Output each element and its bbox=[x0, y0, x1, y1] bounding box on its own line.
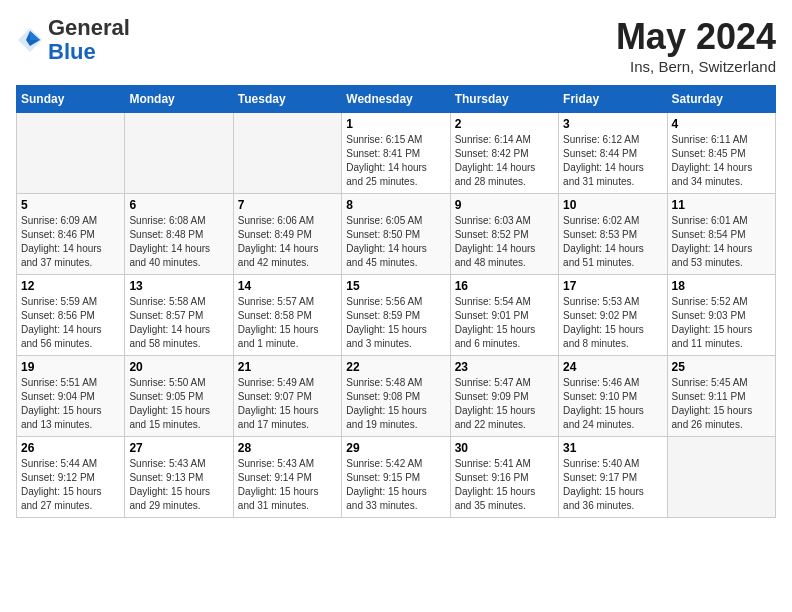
calendar-cell: 3Sunrise: 6:12 AM Sunset: 8:44 PM Daylig… bbox=[559, 113, 667, 194]
day-number: 6 bbox=[129, 198, 228, 212]
day-info: Sunrise: 5:41 AM Sunset: 9:16 PM Dayligh… bbox=[455, 457, 554, 513]
day-number: 4 bbox=[672, 117, 771, 131]
day-number: 5 bbox=[21, 198, 120, 212]
day-number: 30 bbox=[455, 441, 554, 455]
calendar-cell: 31Sunrise: 5:40 AM Sunset: 9:17 PM Dayli… bbox=[559, 437, 667, 518]
day-info: Sunrise: 5:54 AM Sunset: 9:01 PM Dayligh… bbox=[455, 295, 554, 351]
day-info: Sunrise: 6:14 AM Sunset: 8:42 PM Dayligh… bbox=[455, 133, 554, 189]
calendar-header: SundayMondayTuesdayWednesdayThursdayFrid… bbox=[17, 86, 776, 113]
calendar-cell: 26Sunrise: 5:44 AM Sunset: 9:12 PM Dayli… bbox=[17, 437, 125, 518]
header-thursday: Thursday bbox=[450, 86, 558, 113]
day-info: Sunrise: 5:46 AM Sunset: 9:10 PM Dayligh… bbox=[563, 376, 662, 432]
calendar-cell: 29Sunrise: 5:42 AM Sunset: 9:15 PM Dayli… bbox=[342, 437, 450, 518]
day-info: Sunrise: 5:53 AM Sunset: 9:02 PM Dayligh… bbox=[563, 295, 662, 351]
logo-general: General bbox=[48, 15, 130, 40]
calendar-cell: 28Sunrise: 5:43 AM Sunset: 9:14 PM Dayli… bbox=[233, 437, 341, 518]
day-info: Sunrise: 5:50 AM Sunset: 9:05 PM Dayligh… bbox=[129, 376, 228, 432]
header-monday: Monday bbox=[125, 86, 233, 113]
calendar-cell bbox=[125, 113, 233, 194]
page-header: General Blue May 2024 Ins, Bern, Switzer… bbox=[16, 16, 776, 75]
day-number: 29 bbox=[346, 441, 445, 455]
day-info: Sunrise: 5:52 AM Sunset: 9:03 PM Dayligh… bbox=[672, 295, 771, 351]
day-info: Sunrise: 5:45 AM Sunset: 9:11 PM Dayligh… bbox=[672, 376, 771, 432]
week-row-4: 26Sunrise: 5:44 AM Sunset: 9:12 PM Dayli… bbox=[17, 437, 776, 518]
header-tuesday: Tuesday bbox=[233, 86, 341, 113]
day-info: Sunrise: 5:48 AM Sunset: 9:08 PM Dayligh… bbox=[346, 376, 445, 432]
day-number: 8 bbox=[346, 198, 445, 212]
calendar-cell: 24Sunrise: 5:46 AM Sunset: 9:10 PM Dayli… bbox=[559, 356, 667, 437]
calendar-cell: 20Sunrise: 5:50 AM Sunset: 9:05 PM Dayli… bbox=[125, 356, 233, 437]
calendar-cell: 7Sunrise: 6:06 AM Sunset: 8:49 PM Daylig… bbox=[233, 194, 341, 275]
calendar-body: 1Sunrise: 6:15 AM Sunset: 8:41 PM Daylig… bbox=[17, 113, 776, 518]
day-info: Sunrise: 5:43 AM Sunset: 9:14 PM Dayligh… bbox=[238, 457, 337, 513]
day-info: Sunrise: 6:06 AM Sunset: 8:49 PM Dayligh… bbox=[238, 214, 337, 270]
calendar-cell: 14Sunrise: 5:57 AM Sunset: 8:58 PM Dayli… bbox=[233, 275, 341, 356]
day-number: 31 bbox=[563, 441, 662, 455]
calendar-cell: 6Sunrise: 6:08 AM Sunset: 8:48 PM Daylig… bbox=[125, 194, 233, 275]
header-row: SundayMondayTuesdayWednesdayThursdayFrid… bbox=[17, 86, 776, 113]
day-number: 25 bbox=[672, 360, 771, 374]
day-info: Sunrise: 5:44 AM Sunset: 9:12 PM Dayligh… bbox=[21, 457, 120, 513]
day-number: 9 bbox=[455, 198, 554, 212]
day-number: 3 bbox=[563, 117, 662, 131]
calendar-title: May 2024 bbox=[616, 16, 776, 58]
calendar-cell bbox=[667, 437, 775, 518]
day-info: Sunrise: 5:49 AM Sunset: 9:07 PM Dayligh… bbox=[238, 376, 337, 432]
calendar-cell: 11Sunrise: 6:01 AM Sunset: 8:54 PM Dayli… bbox=[667, 194, 775, 275]
day-number: 15 bbox=[346, 279, 445, 293]
calendar-cell: 18Sunrise: 5:52 AM Sunset: 9:03 PM Dayli… bbox=[667, 275, 775, 356]
calendar-table: SundayMondayTuesdayWednesdayThursdayFrid… bbox=[16, 85, 776, 518]
week-row-0: 1Sunrise: 6:15 AM Sunset: 8:41 PM Daylig… bbox=[17, 113, 776, 194]
day-number: 23 bbox=[455, 360, 554, 374]
calendar-cell: 21Sunrise: 5:49 AM Sunset: 9:07 PM Dayli… bbox=[233, 356, 341, 437]
day-number: 13 bbox=[129, 279, 228, 293]
calendar-cell: 30Sunrise: 5:41 AM Sunset: 9:16 PM Dayli… bbox=[450, 437, 558, 518]
logo-text: General Blue bbox=[48, 16, 130, 64]
calendar-cell: 2Sunrise: 6:14 AM Sunset: 8:42 PM Daylig… bbox=[450, 113, 558, 194]
day-info: Sunrise: 6:01 AM Sunset: 8:54 PM Dayligh… bbox=[672, 214, 771, 270]
day-info: Sunrise: 6:08 AM Sunset: 8:48 PM Dayligh… bbox=[129, 214, 228, 270]
day-number: 17 bbox=[563, 279, 662, 293]
calendar-cell: 25Sunrise: 5:45 AM Sunset: 9:11 PM Dayli… bbox=[667, 356, 775, 437]
logo-blue: Blue bbox=[48, 39, 96, 64]
day-info: Sunrise: 5:47 AM Sunset: 9:09 PM Dayligh… bbox=[455, 376, 554, 432]
calendar-cell: 4Sunrise: 6:11 AM Sunset: 8:45 PM Daylig… bbox=[667, 113, 775, 194]
calendar-cell: 12Sunrise: 5:59 AM Sunset: 8:56 PM Dayli… bbox=[17, 275, 125, 356]
calendar-subtitle: Ins, Bern, Switzerland bbox=[616, 58, 776, 75]
day-number: 7 bbox=[238, 198, 337, 212]
day-info: Sunrise: 5:58 AM Sunset: 8:57 PM Dayligh… bbox=[129, 295, 228, 351]
calendar-cell: 15Sunrise: 5:56 AM Sunset: 8:59 PM Dayli… bbox=[342, 275, 450, 356]
day-info: Sunrise: 6:09 AM Sunset: 8:46 PM Dayligh… bbox=[21, 214, 120, 270]
day-number: 19 bbox=[21, 360, 120, 374]
day-number: 26 bbox=[21, 441, 120, 455]
calendar-cell: 8Sunrise: 6:05 AM Sunset: 8:50 PM Daylig… bbox=[342, 194, 450, 275]
calendar-cell: 22Sunrise: 5:48 AM Sunset: 9:08 PM Dayli… bbox=[342, 356, 450, 437]
day-info: Sunrise: 5:43 AM Sunset: 9:13 PM Dayligh… bbox=[129, 457, 228, 513]
day-info: Sunrise: 5:59 AM Sunset: 8:56 PM Dayligh… bbox=[21, 295, 120, 351]
day-info: Sunrise: 5:42 AM Sunset: 9:15 PM Dayligh… bbox=[346, 457, 445, 513]
day-info: Sunrise: 6:02 AM Sunset: 8:53 PM Dayligh… bbox=[563, 214, 662, 270]
calendar-cell bbox=[17, 113, 125, 194]
day-number: 18 bbox=[672, 279, 771, 293]
calendar-cell: 1Sunrise: 6:15 AM Sunset: 8:41 PM Daylig… bbox=[342, 113, 450, 194]
day-info: Sunrise: 6:12 AM Sunset: 8:44 PM Dayligh… bbox=[563, 133, 662, 189]
day-info: Sunrise: 5:51 AM Sunset: 9:04 PM Dayligh… bbox=[21, 376, 120, 432]
day-number: 1 bbox=[346, 117, 445, 131]
header-sunday: Sunday bbox=[17, 86, 125, 113]
calendar-cell: 13Sunrise: 5:58 AM Sunset: 8:57 PM Dayli… bbox=[125, 275, 233, 356]
day-info: Sunrise: 6:11 AM Sunset: 8:45 PM Dayligh… bbox=[672, 133, 771, 189]
day-number: 28 bbox=[238, 441, 337, 455]
calendar-cell: 19Sunrise: 5:51 AM Sunset: 9:04 PM Dayli… bbox=[17, 356, 125, 437]
day-info: Sunrise: 6:05 AM Sunset: 8:50 PM Dayligh… bbox=[346, 214, 445, 270]
day-info: Sunrise: 5:40 AM Sunset: 9:17 PM Dayligh… bbox=[563, 457, 662, 513]
day-number: 10 bbox=[563, 198, 662, 212]
day-number: 2 bbox=[455, 117, 554, 131]
calendar-cell bbox=[233, 113, 341, 194]
day-number: 20 bbox=[129, 360, 228, 374]
calendar-cell: 17Sunrise: 5:53 AM Sunset: 9:02 PM Dayli… bbox=[559, 275, 667, 356]
header-wednesday: Wednesday bbox=[342, 86, 450, 113]
day-number: 14 bbox=[238, 279, 337, 293]
day-number: 24 bbox=[563, 360, 662, 374]
week-row-2: 12Sunrise: 5:59 AM Sunset: 8:56 PM Dayli… bbox=[17, 275, 776, 356]
calendar-cell: 5Sunrise: 6:09 AM Sunset: 8:46 PM Daylig… bbox=[17, 194, 125, 275]
